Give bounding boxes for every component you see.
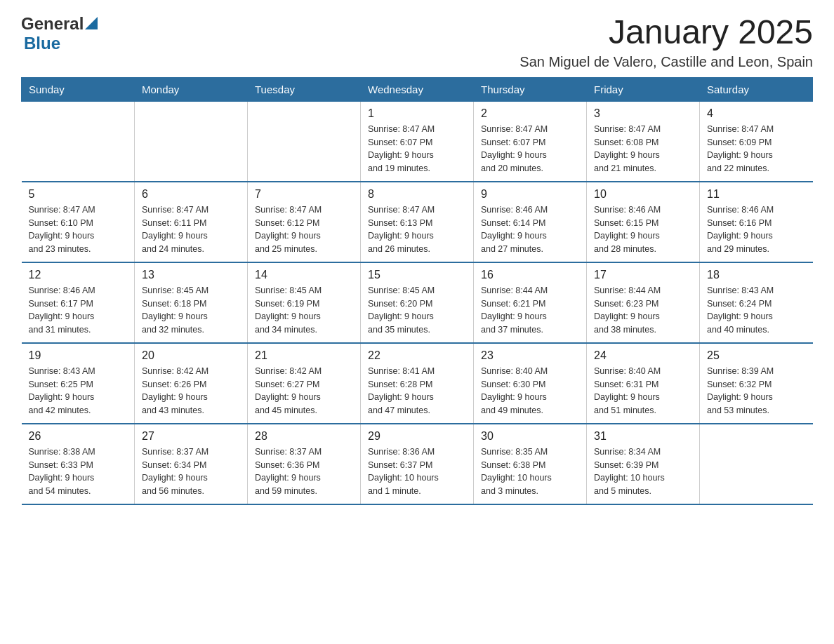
weekday-header-monday: Monday <box>135 77 248 101</box>
calendar-cell: 25Sunrise: 8:39 AMSunset: 6:32 PMDayligh… <box>700 343 813 424</box>
week-row-2: 5Sunrise: 8:47 AMSunset: 6:10 PMDaylight… <box>22 182 813 262</box>
day-number: 6 <box>142 188 240 201</box>
day-number: 25 <box>707 349 806 362</box>
calendar-cell <box>22 101 135 182</box>
location-subtitle: San Miguel de Valero, Castille and Leon,… <box>519 54 813 70</box>
calendar-cell: 24Sunrise: 8:40 AMSunset: 6:31 PMDayligh… <box>587 343 700 424</box>
day-number: 28 <box>255 430 353 443</box>
day-info: Sunrise: 8:46 AMSunset: 6:15 PMDaylight:… <box>594 203 692 256</box>
day-number: 4 <box>707 107 806 120</box>
day-number: 10 <box>594 188 692 201</box>
calendar-cell: 31Sunrise: 8:34 AMSunset: 6:39 PMDayligh… <box>587 424 700 504</box>
day-number: 3 <box>594 107 692 120</box>
day-info: Sunrise: 8:46 AMSunset: 6:16 PMDaylight:… <box>707 203 806 256</box>
title-area: January 2025 San Miguel de Valero, Casti… <box>519 14 813 70</box>
weekday-header-saturday: Saturday <box>700 77 813 101</box>
day-info: Sunrise: 8:47 AMSunset: 6:11 PMDaylight:… <box>142 203 240 256</box>
day-info: Sunrise: 8:41 AMSunset: 6:28 PMDaylight:… <box>368 365 466 417</box>
day-number: 13 <box>142 269 240 281</box>
day-info: Sunrise: 8:47 AMSunset: 6:13 PMDaylight:… <box>368 203 466 256</box>
weekday-header-wednesday: Wednesday <box>361 77 474 101</box>
calendar-cell: 23Sunrise: 8:40 AMSunset: 6:30 PMDayligh… <box>474 343 587 424</box>
day-info: Sunrise: 8:47 AMSunset: 6:07 PMDaylight:… <box>481 123 579 175</box>
day-info: Sunrise: 8:46 AMSunset: 6:17 PMDaylight:… <box>29 284 128 337</box>
day-number: 22 <box>368 349 466 362</box>
day-info: Sunrise: 8:45 AMSunset: 6:20 PMDaylight:… <box>368 284 466 337</box>
day-info: Sunrise: 8:45 AMSunset: 6:19 PMDaylight:… <box>255 284 353 337</box>
day-info: Sunrise: 8:37 AMSunset: 6:36 PMDaylight:… <box>255 445 353 498</box>
calendar-cell: 19Sunrise: 8:43 AMSunset: 6:25 PMDayligh… <box>22 343 135 424</box>
calendar-cell: 22Sunrise: 8:41 AMSunset: 6:28 PMDayligh… <box>361 343 474 424</box>
day-number: 16 <box>481 269 579 281</box>
week-row-1: 1Sunrise: 8:47 AMSunset: 6:07 PMDaylight… <box>22 101 813 182</box>
day-info: Sunrise: 8:37 AMSunset: 6:34 PMDaylight:… <box>142 445 240 498</box>
logo-general-text: General <box>21 14 84 34</box>
day-info: Sunrise: 8:40 AMSunset: 6:30 PMDaylight:… <box>481 365 579 417</box>
day-number: 21 <box>255 349 353 362</box>
day-number: 24 <box>594 349 692 362</box>
day-info: Sunrise: 8:40 AMSunset: 6:31 PMDaylight:… <box>594 365 692 417</box>
calendar-cell: 13Sunrise: 8:45 AMSunset: 6:18 PMDayligh… <box>135 262 248 343</box>
day-number: 30 <box>481 430 579 443</box>
day-info: Sunrise: 8:34 AMSunset: 6:39 PMDaylight:… <box>594 445 692 498</box>
calendar-cell: 16Sunrise: 8:44 AMSunset: 6:21 PMDayligh… <box>474 262 587 343</box>
day-number: 23 <box>481 349 579 362</box>
day-info: Sunrise: 8:47 AMSunset: 6:08 PMDaylight:… <box>594 123 692 175</box>
calendar-cell: 29Sunrise: 8:36 AMSunset: 6:37 PMDayligh… <box>361 424 474 504</box>
calendar-cell: 5Sunrise: 8:47 AMSunset: 6:10 PMDaylight… <box>22 182 135 262</box>
page-header: General Blue January 2025 San Miguel de … <box>21 14 813 70</box>
day-info: Sunrise: 8:43 AMSunset: 6:25 PMDaylight:… <box>29 365 128 417</box>
day-info: Sunrise: 8:47 AMSunset: 6:07 PMDaylight:… <box>368 123 466 175</box>
day-info: Sunrise: 8:47 AMSunset: 6:09 PMDaylight:… <box>707 123 806 175</box>
calendar-cell: 1Sunrise: 8:47 AMSunset: 6:07 PMDaylight… <box>361 101 474 182</box>
calendar-cell: 4Sunrise: 8:47 AMSunset: 6:09 PMDaylight… <box>700 101 813 182</box>
day-info: Sunrise: 8:42 AMSunset: 6:26 PMDaylight:… <box>142 365 240 417</box>
svg-marker-0 <box>85 17 98 29</box>
day-number: 5 <box>29 188 128 201</box>
week-row-3: 12Sunrise: 8:46 AMSunset: 6:17 PMDayligh… <box>22 262 813 343</box>
calendar-cell: 7Sunrise: 8:47 AMSunset: 6:12 PMDaylight… <box>248 182 361 262</box>
calendar-cell: 26Sunrise: 8:38 AMSunset: 6:33 PMDayligh… <box>22 424 135 504</box>
day-info: Sunrise: 8:44 AMSunset: 6:21 PMDaylight:… <box>481 284 579 337</box>
weekday-header-row: SundayMondayTuesdayWednesdayThursdayFrid… <box>22 77 813 101</box>
day-number: 7 <box>255 188 353 201</box>
day-info: Sunrise: 8:36 AMSunset: 6:37 PMDaylight:… <box>368 445 466 498</box>
calendar-cell: 2Sunrise: 8:47 AMSunset: 6:07 PMDaylight… <box>474 101 587 182</box>
weekday-header-sunday: Sunday <box>22 77 135 101</box>
week-row-5: 26Sunrise: 8:38 AMSunset: 6:33 PMDayligh… <box>22 424 813 504</box>
calendar-cell: 30Sunrise: 8:35 AMSunset: 6:38 PMDayligh… <box>474 424 587 504</box>
day-number: 15 <box>368 269 466 281</box>
day-number: 27 <box>142 430 240 443</box>
day-info: Sunrise: 8:47 AMSunset: 6:12 PMDaylight:… <box>255 203 353 256</box>
day-info: Sunrise: 8:38 AMSunset: 6:33 PMDaylight:… <box>29 445 128 498</box>
calendar-cell: 18Sunrise: 8:43 AMSunset: 6:24 PMDayligh… <box>700 262 813 343</box>
calendar-cell <box>248 101 361 182</box>
logo: General Blue <box>21 14 98 53</box>
calendar-table: SundayMondayTuesdayWednesdayThursdayFrid… <box>21 77 813 505</box>
day-info: Sunrise: 8:39 AMSunset: 6:32 PMDaylight:… <box>707 365 806 417</box>
day-number: 9 <box>481 188 579 201</box>
day-info: Sunrise: 8:44 AMSunset: 6:23 PMDaylight:… <box>594 284 692 337</box>
calendar-cell: 17Sunrise: 8:44 AMSunset: 6:23 PMDayligh… <box>587 262 700 343</box>
calendar-cell: 11Sunrise: 8:46 AMSunset: 6:16 PMDayligh… <box>700 182 813 262</box>
month-title: January 2025 <box>519 14 813 51</box>
day-info: Sunrise: 8:35 AMSunset: 6:38 PMDaylight:… <box>481 445 579 498</box>
day-number: 19 <box>29 349 128 362</box>
weekday-header-thursday: Thursday <box>474 77 587 101</box>
calendar-cell: 28Sunrise: 8:37 AMSunset: 6:36 PMDayligh… <box>248 424 361 504</box>
day-number: 17 <box>594 269 692 281</box>
calendar-cell: 21Sunrise: 8:42 AMSunset: 6:27 PMDayligh… <box>248 343 361 424</box>
calendar-cell: 8Sunrise: 8:47 AMSunset: 6:13 PMDaylight… <box>361 182 474 262</box>
weekday-header-friday: Friday <box>587 77 700 101</box>
day-number: 26 <box>29 430 128 443</box>
calendar-cell <box>700 424 813 504</box>
day-number: 31 <box>594 430 692 443</box>
day-number: 14 <box>255 269 353 281</box>
calendar-cell: 6Sunrise: 8:47 AMSunset: 6:11 PMDaylight… <box>135 182 248 262</box>
day-info: Sunrise: 8:46 AMSunset: 6:14 PMDaylight:… <box>481 203 579 256</box>
day-info: Sunrise: 8:47 AMSunset: 6:10 PMDaylight:… <box>29 203 128 256</box>
day-number: 11 <box>707 188 806 201</box>
week-row-4: 19Sunrise: 8:43 AMSunset: 6:25 PMDayligh… <box>22 343 813 424</box>
day-info: Sunrise: 8:42 AMSunset: 6:27 PMDaylight:… <box>255 365 353 417</box>
day-info: Sunrise: 8:43 AMSunset: 6:24 PMDaylight:… <box>707 284 806 337</box>
